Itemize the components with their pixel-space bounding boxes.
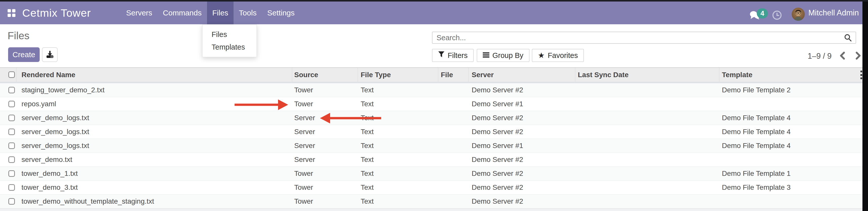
activities-clock-icon[interactable] xyxy=(772,10,782,21)
row-checkbox[interactable] xyxy=(8,198,15,205)
cell-name: server_demo_logs.txt xyxy=(22,125,89,139)
header-column-divider xyxy=(292,68,292,82)
nav-item-commands[interactable]: Commands xyxy=(157,2,207,24)
files-dropdown-item-templates[interactable]: Templates xyxy=(203,41,256,53)
header-column-divider xyxy=(438,68,438,82)
cell-file_type: Text xyxy=(361,194,374,208)
table-row[interactable]: server_demo.txtServerTextDemo Server #2 xyxy=(0,153,862,167)
cell-file_type: Text xyxy=(361,139,374,153)
nav-menu: ServersCommandsFilesToolsSettings xyxy=(121,2,300,24)
column-header-file[interactable]: File xyxy=(441,68,453,82)
cell-server: Demo Server #1 xyxy=(472,97,523,111)
cell-name: staging_tower_demo_2.txt xyxy=(22,83,104,97)
cell-source: Tower xyxy=(294,167,313,181)
table-row[interactable]: tower_demo_without_template_staging.txtT… xyxy=(0,194,862,208)
cell-name: repos.yaml xyxy=(22,97,56,111)
user-menu[interactable]: Mitchell Admin xyxy=(808,2,859,24)
nav-item-files[interactable]: Files xyxy=(207,2,234,24)
row-checkbox[interactable] xyxy=(8,184,15,191)
cell-template: Demo File Template 4 xyxy=(722,111,790,125)
search-bar xyxy=(432,32,856,44)
filters-label: Filters xyxy=(448,51,468,60)
table-row[interactable]: server_demo_logs.txtServerTextDemo Serve… xyxy=(0,111,862,125)
row-checkbox[interactable] xyxy=(8,156,15,163)
column-header-last-sync-date[interactable]: Last Sync Date xyxy=(578,68,629,82)
cell-source: Tower xyxy=(294,83,313,97)
nav-item-settings[interactable]: Settings xyxy=(262,2,300,24)
table-row[interactable]: tower_demo_3.txtTowerTextDemo Server #2D… xyxy=(0,181,862,194)
table-footer-strip xyxy=(0,208,862,211)
cell-server: Demo Server #2 xyxy=(472,167,523,181)
search-icon[interactable] xyxy=(844,34,852,43)
cell-server: Demo Server #2 xyxy=(472,153,523,167)
search-input[interactable] xyxy=(432,32,856,44)
select-all-checkbox[interactable] xyxy=(8,71,15,78)
group-by-button[interactable]: Group By xyxy=(477,49,530,62)
header-column-divider xyxy=(468,68,469,82)
cell-source: Server xyxy=(294,153,315,167)
pager-previous-icon[interactable] xyxy=(838,51,847,61)
row-checkbox[interactable] xyxy=(8,115,15,121)
files-dropdown: FilesTemplates xyxy=(202,24,257,57)
cell-server: Demo Server #1 xyxy=(472,139,523,153)
cell-name: server_demo.txt xyxy=(22,153,72,167)
header-column-divider xyxy=(719,68,719,82)
cell-file_type: Text xyxy=(361,83,374,97)
cell-name: tower_demo_3.txt xyxy=(22,181,78,194)
table-row[interactable]: repos.yamlTowerTextDemo Server #1 xyxy=(0,97,862,111)
column-header-rendered-name[interactable]: Rendered Name xyxy=(22,68,75,82)
cell-template: Demo File Template 3 xyxy=(722,181,790,194)
favorites-button[interactable]: ★ Favorites xyxy=(532,49,584,62)
cell-source: Tower xyxy=(294,97,313,111)
nav-item-tools[interactable]: Tools xyxy=(234,2,262,24)
page-title: Files xyxy=(8,30,30,42)
header-column-divider xyxy=(16,68,17,82)
column-header-file-type[interactable]: File Type xyxy=(361,68,391,82)
cell-name: tower_demo_without_template_staging.txt xyxy=(22,194,154,208)
apps-grid-icon[interactable] xyxy=(8,9,16,17)
nav-item-servers[interactable]: Servers xyxy=(121,2,157,24)
column-header-source[interactable]: Source xyxy=(294,68,318,82)
header-column-divider xyxy=(358,68,358,82)
group-by-label: Group By xyxy=(492,51,524,60)
pager-value[interactable]: 1–9 / 9 xyxy=(794,52,832,61)
cell-server: Demo Server #2 xyxy=(472,194,523,208)
column-header-template[interactable]: Template xyxy=(722,68,752,82)
group-by-icon xyxy=(483,51,489,60)
row-checkbox[interactable] xyxy=(8,87,15,93)
cell-file_type: Text xyxy=(361,111,374,125)
navbar: Cetmix Tower ServersCommandsFilesToolsSe… xyxy=(0,2,862,24)
cell-source: Server xyxy=(294,139,315,153)
table-header: Rendered NameSourceFile TypeFileServerLa… xyxy=(0,67,862,83)
cell-name: server_demo_logs.txt xyxy=(22,111,89,125)
avatar[interactable] xyxy=(792,8,805,21)
cell-server: Demo Server #2 xyxy=(472,181,523,194)
column-header-server[interactable]: Server xyxy=(472,68,494,82)
cell-server: Demo Server #2 xyxy=(472,83,523,97)
cell-server: Demo Server #2 xyxy=(472,125,523,139)
cell-server: Demo Server #2 xyxy=(472,111,523,125)
import-button[interactable] xyxy=(42,47,58,62)
table-row[interactable]: server_demo_logs.txtServerTextDemo Serve… xyxy=(0,125,862,139)
row-checkbox[interactable] xyxy=(8,128,15,135)
table-row[interactable]: tower_demo_1.txtTowerTextDemo Server #2D… xyxy=(0,167,862,181)
cell-file_type: Text xyxy=(361,125,374,139)
cell-source: Tower xyxy=(294,194,313,208)
files-dropdown-item-files[interactable]: Files xyxy=(203,28,256,41)
row-checkbox[interactable] xyxy=(8,101,15,107)
cell-file_type: Text xyxy=(361,153,374,167)
create-button[interactable]: Create xyxy=(8,47,40,62)
row-checkbox[interactable] xyxy=(8,143,15,149)
table-row[interactable]: server_demo_logs.txtServerTextDemo Serve… xyxy=(0,139,862,153)
cell-template: Demo File Template 4 xyxy=(722,125,790,139)
app-brand[interactable]: Cetmix Tower xyxy=(22,2,91,24)
filter-funnel-icon xyxy=(438,51,445,60)
cell-name: server_demo_logs.txt xyxy=(22,139,89,153)
row-checkbox[interactable] xyxy=(8,170,15,177)
screen: Cetmix Tower ServersCommandsFilesToolsSe… xyxy=(0,0,868,211)
filters-button[interactable]: Filters xyxy=(432,49,474,62)
download-icon xyxy=(45,50,54,59)
table-row[interactable]: staging_tower_demo_2.txtTowerTextDemo Se… xyxy=(0,83,862,97)
pager-next-icon[interactable] xyxy=(853,51,862,61)
cell-source: Server xyxy=(294,125,315,139)
